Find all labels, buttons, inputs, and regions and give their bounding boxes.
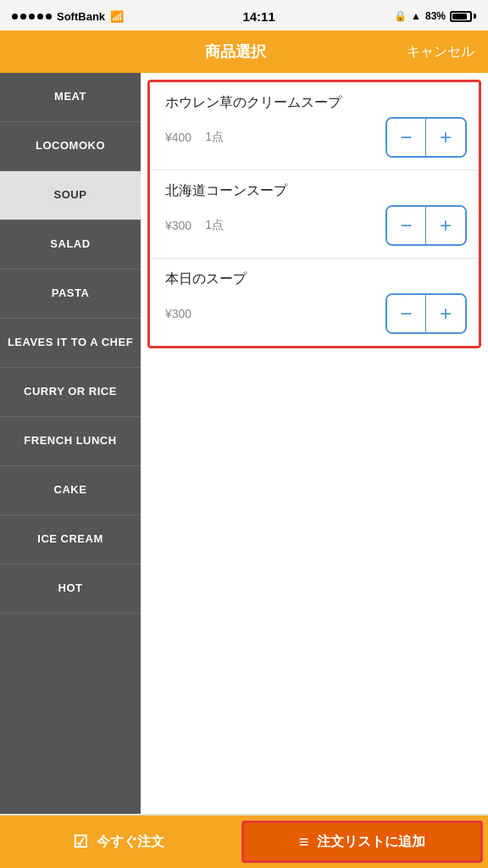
sidebar-item-locomoko[interactable]: LOCOMOKO — [0, 122, 141, 171]
product-item: 本日のスープ ¥300 − + — [150, 259, 479, 346]
wifi-icon: 📶 — [110, 10, 124, 23]
add-to-list-button[interactable]: ≡ 注文リストに追加 — [241, 821, 483, 863]
sidebar-item-hot[interactable]: HOT — [0, 565, 141, 614]
signal-dots — [12, 14, 52, 19]
decrement-button[interactable]: − — [387, 207, 426, 244]
status-time: 14:11 — [242, 9, 274, 24]
location-icon: ▲ — [411, 10, 421, 22]
product-item: ホウレン草のクリームスープ ¥400 1点 − + — [150, 82, 479, 170]
sidebar: MEAT LOCOMOKO SOUP SALAD PASTA LEAVES IT… — [0, 73, 141, 814]
product-row: ¥300 1点 − + — [165, 205, 467, 246]
sidebar-item-soup[interactable]: SOUP — [0, 171, 141, 220]
header-title: 商品選択 — [64, 42, 407, 62]
increment-button[interactable]: + — [426, 119, 465, 156]
product-price: ¥300 — [165, 307, 191, 320]
carrier-label: SoftBank — [57, 10, 105, 23]
main-content: MEAT LOCOMOKO SOUP SALAD PASTA LEAVES IT… — [0, 73, 488, 814]
header: 商品選択 キャンセル — [0, 31, 488, 73]
product-row: ¥300 − + — [165, 293, 467, 334]
list-icon: ≡ — [299, 832, 309, 852]
sidebar-item-curry-or-rice[interactable]: CURRY OR RICE — [0, 368, 141, 417]
highlighted-products: ホウレン草のクリームスープ ¥400 1点 − + 北海道コーンスープ — [147, 80, 481, 348]
product-price: ¥400 — [165, 131, 191, 144]
sidebar-item-leaves-it-to-chef[interactable]: LEAVES IT TO A CHEF — [0, 319, 141, 368]
status-left: SoftBank 📶 — [12, 10, 124, 23]
battery-percent: 83% — [425, 10, 446, 22]
product-row: ¥400 1点 − + — [165, 117, 467, 158]
order-now-label: 今すぐ注文 — [97, 833, 164, 851]
sidebar-item-pasta[interactable]: PASTA — [0, 270, 141, 319]
quantity-control: − + — [385, 293, 467, 334]
product-qty: 1点 — [205, 218, 224, 233]
checkmark-icon: ☑ — [73, 832, 88, 852]
product-name: 本日のスープ — [165, 270, 467, 288]
quantity-control: − + — [385, 117, 467, 158]
sidebar-item-salad[interactable]: SALAD — [0, 220, 141, 270]
product-price: ¥300 — [165, 219, 191, 232]
increment-button[interactable]: + — [426, 295, 465, 332]
product-name: ホウレン草のクリームスープ — [165, 94, 467, 112]
add-to-list-label: 注文リストに追加 — [317, 833, 425, 851]
sidebar-item-meat[interactable]: MEAT — [0, 73, 141, 122]
decrement-button[interactable]: − — [387, 295, 426, 332]
cancel-button[interactable]: キャンセル — [407, 43, 474, 61]
sidebar-item-ice-cream[interactable]: ICE CREAM — [0, 515, 141, 565]
product-qty: 1点 — [205, 130, 224, 145]
increment-button[interactable]: + — [426, 207, 465, 244]
lock-icon: 🔒 — [394, 10, 407, 22]
decrement-button[interactable]: − — [387, 119, 426, 156]
products-panel: ホウレン草のクリームスープ ¥400 1点 − + 北海道コーンスープ — [141, 73, 488, 814]
battery-icon — [450, 11, 476, 22]
quantity-control: − + — [385, 205, 467, 246]
sidebar-item-cake[interactable]: CAKE — [0, 466, 141, 515]
status-right: 🔒 ▲ 83% — [394, 10, 476, 22]
product-name: 北海道コーンスープ — [165, 182, 467, 200]
product-item: 北海道コーンスープ ¥300 1点 − + — [150, 170, 479, 259]
sidebar-item-french-lunch[interactable]: FRENCH LUNCH — [0, 417, 141, 466]
status-bar: SoftBank 📶 14:11 🔒 ▲ 83% — [0, 0, 488, 31]
order-now-button[interactable]: ☑ 今すぐ注文 — [0, 815, 236, 868]
footer: ☑ 今すぐ注文 ≡ 注文リストに追加 — [0, 814, 488, 868]
